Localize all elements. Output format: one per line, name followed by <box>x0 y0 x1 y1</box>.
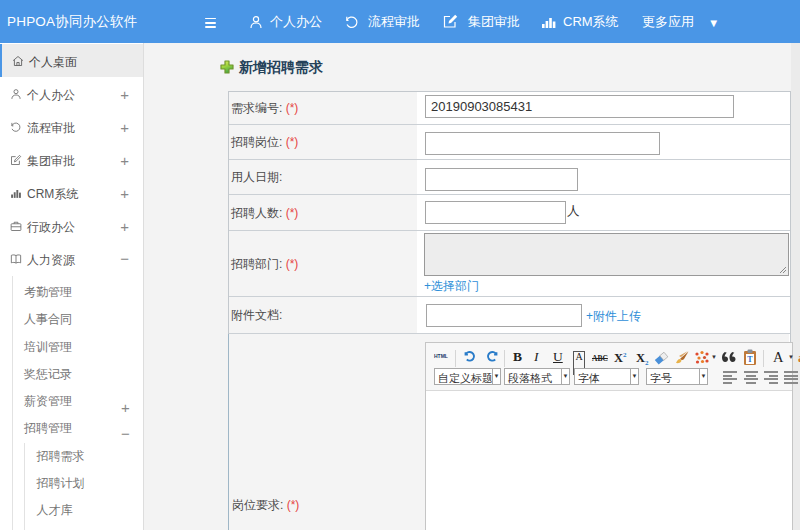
svg-text:T: T <box>747 355 753 364</box>
